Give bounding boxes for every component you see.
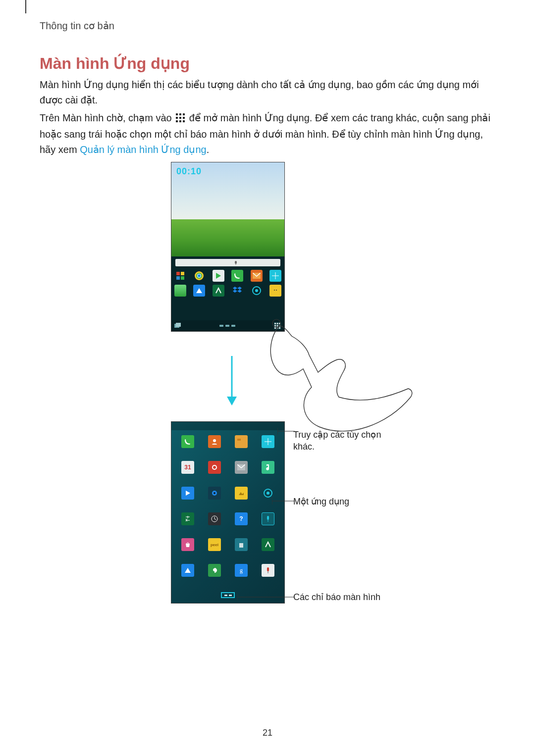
dropbox-icon [231, 285, 243, 297]
home-icon-grid [171, 268, 284, 297]
messages-icon [251, 270, 263, 282]
svg-rect-10 [235, 264, 236, 265]
widgets-icon [174, 270, 186, 282]
para2-part-c: . [207, 144, 210, 155]
help-icon: ? [235, 512, 248, 525]
wallpaper-grass [171, 219, 284, 256]
wallpaper-sky: 00:10 [171, 162, 284, 219]
weather-icon [174, 285, 186, 297]
svg-rect-39 [279, 325, 280, 327]
svg-point-28 [255, 289, 258, 292]
svg-marker-72 [185, 568, 191, 573]
internet-icon [269, 270, 281, 282]
recent-apps-icon [174, 323, 181, 329]
svg-rect-12 [181, 272, 184, 275]
phone-icon [231, 270, 243, 282]
my-files-icon [235, 435, 248, 448]
svg-marker-22 [196, 288, 202, 293]
phone-icon [181, 435, 194, 448]
svg-point-18 [198, 274, 201, 277]
svg-rect-5 [183, 117, 185, 119]
svg-rect-41 [277, 327, 278, 329]
svg-rect-8 [183, 120, 185, 122]
apps-drawer-button [273, 322, 281, 330]
page-dot [225, 325, 229, 327]
svg-rect-33 [176, 323, 181, 327]
messages-icon [235, 461, 248, 474]
home-page-dots [219, 325, 235, 327]
s-planner-icon: 31 [181, 461, 194, 474]
home-screen-figure: 00:10 [171, 162, 285, 332]
s-note-icon [213, 285, 224, 297]
callout-options-text: Truy cập các tùy chọn khác. [293, 429, 402, 453]
page-number: 21 [0, 728, 535, 738]
internet-icon [262, 435, 274, 448]
music-icon [262, 461, 274, 474]
svg-marker-53 [186, 491, 190, 496]
svg-rect-2 [183, 113, 185, 115]
remote-pc-icon [181, 564, 194, 577]
voice-search-icon [262, 564, 274, 577]
svg-rect-11 [176, 272, 180, 275]
paper-garden-icon [235, 538, 248, 551]
svg-point-51 [213, 466, 216, 469]
page-dot [219, 325, 223, 327]
page-dot [231, 325, 235, 327]
svg-point-30 [274, 290, 275, 291]
manage-apps-screen-link[interactable]: Quản lý màn hình Ứng dụng [80, 144, 206, 155]
svg-marker-45 [227, 397, 237, 405]
home-row-1 [174, 270, 281, 282]
voice-search-icon [233, 260, 238, 265]
smart-remote-icon: peel [208, 538, 221, 551]
svg-point-46 [213, 439, 216, 442]
svg-rect-68 [267, 516, 269, 520]
apps-icon-grid: 31 ? peel g [171, 430, 284, 587]
svg-marker-25 [233, 290, 237, 293]
page-indicator [221, 592, 235, 598]
svg-rect-35 [277, 323, 278, 324]
svg-rect-37 [274, 325, 276, 327]
svg-point-29 [272, 288, 278, 294]
svg-rect-73 [267, 567, 269, 571]
page-indicator-dot [224, 595, 227, 596]
s-voice-icon [262, 512, 274, 525]
svg-rect-0 [176, 113, 178, 115]
svg-point-55 [214, 492, 215, 494]
svg-rect-71 [239, 542, 243, 543]
svg-marker-26 [237, 290, 242, 293]
svg-rect-6 [176, 120, 178, 122]
margin-rule [25, 0, 26, 13]
tap-hand-illustration [265, 310, 413, 439]
play-store-icon [213, 270, 224, 282]
contacts-icon [208, 435, 221, 448]
intro-paragraph: Màn hình Ứng dụng hiển thị các biểu tượn… [40, 77, 495, 108]
camera-icon [208, 487, 221, 500]
svg-marker-23 [233, 287, 237, 290]
svg-rect-13 [176, 276, 180, 280]
home-wallpaper: 00:10 [171, 162, 284, 256]
breadcrumb: Thông tin cơ bản [40, 20, 114, 32]
home-row-2 [174, 285, 281, 297]
para2-part-a: Trên Màn hình chờ, chạm vào [40, 112, 174, 123]
video-icon [181, 487, 194, 500]
svg-rect-1 [179, 113, 181, 115]
arrow-down-icon [224, 356, 239, 405]
apps-screen-figure: 31 ? peel g [171, 421, 285, 604]
svg-rect-9 [235, 261, 237, 264]
svg-marker-24 [237, 287, 242, 290]
leader-indicator [237, 593, 295, 601]
svg-rect-40 [274, 327, 276, 329]
samsung-apps-icon [181, 538, 194, 551]
svg-point-31 [276, 290, 277, 291]
svg-rect-42 [279, 327, 280, 329]
svg-rect-14 [181, 276, 184, 280]
sidesync-icon [262, 538, 274, 551]
leader-options [277, 426, 295, 437]
svg-point-59 [267, 492, 269, 495]
kids-mode-icon [269, 285, 281, 297]
svg-rect-7 [179, 120, 181, 122]
gallery-icon [235, 487, 248, 500]
page-title: Màn hình Ứng dụng [40, 54, 190, 73]
calculator-icon [181, 512, 194, 525]
leader-app [272, 497, 295, 505]
